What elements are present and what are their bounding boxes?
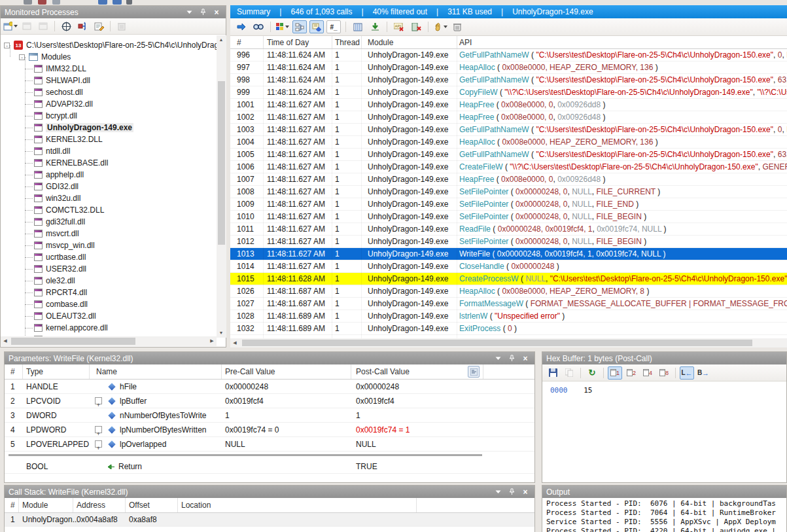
tree-item-process-root[interactable]: - 13 C:\Users\test\Desktop\Flare-on-25-5… — [4, 39, 217, 51]
column-header-module[interactable]: Module — [22, 498, 48, 513]
tree-item-module[interactable]: SHLWAPI.dll — [25, 75, 90, 86]
output-titlebar[interactable]: Output — [542, 486, 786, 498]
api-call-row[interactable]: 100511:48:11.627 AM1UnholyDragon-149.exe… — [230, 149, 787, 161]
call-tree-toggle[interactable] — [292, 20, 307, 33]
tree-item-module[interactable]: apphelp.dll — [25, 169, 84, 181]
api-call-row[interactable]: 103211:48:11.689 AM1UnholyDragon-149.exe… — [230, 323, 787, 335]
column-header-location[interactable]: Location — [181, 498, 211, 513]
api-call-row[interactable]: 99711:48:11.624 AM1UnholyDragon-149.exeH… — [230, 62, 787, 74]
tree-item-module[interactable]: COMCTL32.DLL — [25, 204, 104, 216]
tree-item-module[interactable]: win32u.dll — [25, 192, 80, 204]
hex-dump[interactable]: 0000 15 — [550, 386, 592, 395]
close-icon[interactable]: × — [521, 488, 529, 496]
monitor-new-process-button[interactable] — [3, 20, 18, 33]
api-call-row[interactable]: 100711:48:11.627 AM1UnholyDragon-149.exe… — [230, 173, 787, 186]
tree-item-module[interactable]: sechost.dll — [25, 86, 83, 98]
tree-item-module[interactable]: ADVAPI32.dll — [25, 98, 93, 110]
api-call-row[interactable]: 99911:48:11.624 AM1UnholyDragon-149.exeC… — [230, 86, 787, 99]
expand-icon[interactable]: + — [95, 426, 102, 433]
call-stack-titlebar[interactable]: Call Stack: WriteFile (Kernel32.dll) × — [5, 486, 534, 498]
collapse-icon[interactable]: - — [19, 54, 25, 60]
scroll-right-icon[interactable]: ▶ — [207, 336, 217, 346]
parameters-header[interactable]: # Type Name Pre-Call Value Post-Call Val… — [5, 364, 534, 380]
clear-calls-icon[interactable] — [450, 20, 464, 33]
chevron-down-icon[interactable] — [494, 355, 502, 363]
api-call-row[interactable]: 102811:48:11.689 AM1UnholyDragon-149.exe… — [230, 310, 787, 323]
scrollbar-thumb[interactable] — [218, 81, 225, 245]
pin-icon[interactable] — [508, 488, 516, 496]
tree-item-module[interactable]: KERNELBASE.dll — [25, 157, 108, 169]
api-call-row[interactable]: 101311:48:11.627 AM1UnholyDragon-149.exe… — [230, 248, 787, 260]
api-call-row[interactable]: 100411:48:11.627 AM1UnholyDragon-149.exe… — [230, 136, 787, 149]
scroll-left-icon[interactable]: ◀ — [1, 336, 10, 346]
column-header-address[interactable]: Address — [77, 498, 105, 513]
tree-item-module[interactable]: UnholyDragon-149.exe — [25, 122, 133, 133]
api-call-row[interactable]: 100311:48:11.627 AM1UnholyDragon-149.exe… — [230, 124, 787, 136]
api-call-row[interactable]: 99611:48:11.624 AM1UnholyDragon-149.exeG… — [230, 49, 787, 62]
external-process-icon[interactable] — [59, 20, 73, 33]
save-icon[interactable] — [546, 366, 560, 380]
tree-item-module[interactable]: msvcrt.dll — [25, 228, 79, 239]
pin-icon[interactable] — [508, 355, 516, 363]
little-endian-button[interactable]: L← — [680, 366, 694, 380]
column-header-time[interactable]: Time of Day — [267, 36, 309, 49]
column-header-pre[interactable]: Pre-Call Value — [225, 364, 275, 380]
column-header-num[interactable]: # — [10, 364, 15, 380]
tree-item-module[interactable]: GDI32.dll — [25, 181, 79, 192]
api-call-row[interactable]: 100211:48:11.627 AM1UnholyDragon-149.exe… — [230, 111, 787, 124]
api-call-row[interactable]: 101411:48:11.627 AM1UnholyDragon-149.exe… — [230, 260, 787, 273]
tree-item-module[interactable]: ucrtbase.dll — [25, 251, 86, 263]
tree-item-module[interactable]: USER32.dll — [25, 263, 86, 275]
tree-item-module[interactable]: bcrypt.dll — [25, 110, 77, 122]
api-call-row[interactable]: 101511:48:11.628 AM1UnholyDragon-149.exe… — [230, 273, 787, 285]
tree-item-module[interactable]: ole32.dll — [25, 275, 75, 287]
calls-table-header[interactable]: # Time of Day Thread Module API — [230, 36, 787, 49]
refresh-icon[interactable]: ↻ — [585, 366, 599, 380]
expand-icon[interactable]: + — [95, 440, 102, 448]
column-header-num[interactable]: # — [237, 36, 241, 49]
exclude-module-icon[interactable] — [409, 20, 423, 33]
call-stack-header[interactable]: # Module Address Offset Location — [5, 498, 534, 513]
monitored-processes-titlebar[interactable]: Monitored Processes × — [1, 6, 226, 18]
delete-button[interactable] — [114, 20, 129, 33]
summary-bar[interactable]: Summary | 646 of 1,093 calls | 40% filte… — [230, 5, 787, 18]
tree-item-modules[interactable]: - Modules — [19, 51, 71, 63]
column-header-offset[interactable]: Offset — [129, 498, 150, 513]
call-stack-row[interactable]: 1UnholyDragon...0x004a8af80xa8af8 — [5, 513, 534, 527]
jump-to-icon[interactable] — [234, 20, 249, 33]
scroll-left-icon[interactable]: ◀ — [230, 338, 239, 347]
parameter-row[interactable]: 5LPOVERLAPPED+lpOverlappedNULLNULL — [5, 437, 534, 452]
api-call-row[interactable]: 100111:48:11.627 AM1UnholyDragon-149.exe… — [230, 99, 787, 111]
group-8-bytes-button[interactable]: 8 — [657, 366, 671, 380]
tree-item-module[interactable]: KERNEL32.DLL — [25, 133, 103, 145]
column-header-num[interactable]: # — [10, 498, 15, 513]
group-2-bytes-button[interactable]: 2 — [624, 366, 638, 380]
group-4-bytes-button[interactable]: 4 — [640, 366, 655, 380]
tree-item-module[interactable]: RPCRT4.dll — [25, 287, 87, 298]
api-call-row[interactable]: 102711:48:11.687 AM1UnholyDragon-149.exe… — [230, 298, 787, 310]
columns-icon[interactable] — [351, 20, 365, 33]
column-header-post[interactable]: Post-Call Value — [356, 364, 410, 380]
parameter-row[interactable]: 3DWORDnNumberOfBytesToWrite11 — [5, 408, 534, 423]
properties-button[interactable] — [92, 20, 106, 33]
api-call-row[interactable]: 101111:48:11.627 AM1UnholyDragon-149.exe… — [230, 223, 787, 236]
monitor-process-button[interactable] — [20, 20, 34, 33]
process-tree-icon[interactable] — [75, 20, 90, 33]
parameters-toggle[interactable] — [309, 20, 324, 33]
tree-item-module[interactable]: ntdll.dll — [25, 145, 70, 157]
api-call-row[interactable]: 101011:48:11.627 AM1UnholyDragon-149.exe… — [230, 211, 787, 223]
copy-icon[interactable] — [562, 366, 576, 380]
memory-view-icon[interactable] — [468, 366, 480, 378]
output-log[interactable]: Process Started - PID: 6076 | 64-bit | b… — [546, 499, 785, 532]
column-header-type[interactable]: Type — [26, 364, 43, 380]
tree-item-module[interactable]: msvcp_win.dll — [25, 239, 95, 251]
scroll-up-icon[interactable]: ▲ — [217, 35, 226, 44]
expand-icon[interactable]: + — [95, 397, 102, 404]
tree-item-module[interactable]: IMM32.DLL — [25, 63, 86, 75]
column-header-thread[interactable]: Thread — [335, 36, 360, 49]
parameter-row[interactable]: 2LPCVOID+lpBuffer0x0019fcf40x0019fcf4 — [5, 394, 534, 408]
decode-parameters-icon[interactable]: #_ — [326, 20, 341, 33]
collapse-icon[interactable]: - — [4, 43, 10, 48]
tree-vertical-scrollbar[interactable]: ▲ ▼ — [217, 35, 226, 338]
api-call-row[interactable]: 100611:48:11.627 AM1UnholyDragon-149.exe… — [230, 161, 787, 173]
